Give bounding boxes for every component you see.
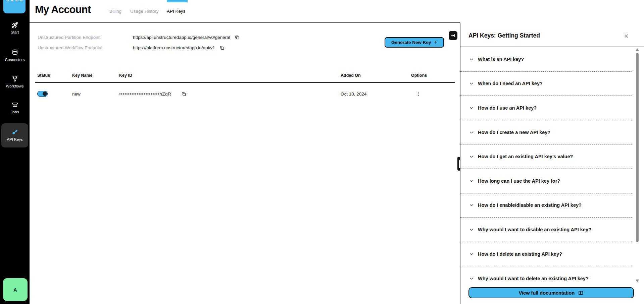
database-icon bbox=[11, 49, 18, 56]
chevron-down-icon bbox=[469, 178, 474, 184]
arrow-to-bar-icon bbox=[451, 33, 455, 38]
faq-item[interactable]: How do I enable/disable an existing API … bbox=[460, 193, 632, 218]
close-icon bbox=[624, 34, 629, 39]
chevron-down-icon bbox=[469, 251, 474, 257]
scroll-up-arrow[interactable] bbox=[636, 48, 639, 51]
sidebar-item-label: Connectors bbox=[0, 58, 30, 62]
sidebar-item-label: Start bbox=[0, 30, 30, 34]
user-avatar[interactable]: A bbox=[2, 278, 28, 302]
faq-item[interactable]: What is an API key? bbox=[460, 47, 632, 72]
col-header-status: Status bbox=[37, 73, 72, 78]
chevron-down-icon bbox=[469, 105, 474, 111]
expand-panel-button[interactable] bbox=[449, 31, 457, 40]
faq-list: What is an API key? When do I need an AP… bbox=[460, 47, 632, 291]
main-content: My Account Billing Usage History API Key… bbox=[30, 0, 460, 304]
generate-new-key-button[interactable]: Generate New Key + bbox=[385, 37, 444, 48]
key-name-cell: new bbox=[72, 92, 119, 97]
tab-usage-history[interactable]: Usage History bbox=[130, 9, 159, 14]
faq-item[interactable]: How do I use an API key? bbox=[460, 96, 632, 120]
rocket-icon bbox=[11, 21, 18, 28]
avatar-letter: A bbox=[13, 287, 17, 293]
masked-key-id: •••••••••••••••••••••••hZqR bbox=[119, 92, 171, 97]
faq-item[interactable]: How do I delete an existing API key? bbox=[460, 242, 632, 266]
faq-item[interactable]: When do I need an API key? bbox=[460, 72, 632, 96]
api-keys-table: Status Key Name Key ID Added On Options … bbox=[35, 68, 455, 105]
faq-question: Why would I want to disable an existing … bbox=[478, 227, 591, 232]
col-header-key-id: Key ID bbox=[119, 73, 341, 78]
copy-endpoint-button[interactable] bbox=[219, 45, 225, 50]
endpoint-url: https://platform.unstructuredapp.io/api/… bbox=[133, 45, 215, 50]
panel-title: API Keys: Getting Started bbox=[468, 32, 540, 39]
sidebar: RUCT URED Start Connectors Workflows Job… bbox=[0, 0, 30, 304]
table-header-row: Status Key Name Key ID Added On Options bbox=[35, 68, 455, 83]
copy-icon bbox=[219, 45, 225, 50]
sidebar-item-connectors[interactable]: Connectors bbox=[0, 49, 30, 62]
endpoint-url: https://api.unstructuredapp.io/general/v… bbox=[133, 35, 230, 40]
workflow-branch-icon bbox=[11, 75, 18, 82]
table-row: new •••••••••••••••••••••••hZqR Oct 10, … bbox=[35, 83, 455, 105]
sidebar-item-label: Jobs bbox=[0, 110, 30, 114]
faq-question: Why would I want to delete an existing A… bbox=[478, 276, 589, 281]
added-on-cell: Oct 10, 2024 bbox=[341, 92, 411, 97]
chevron-down-icon bbox=[469, 154, 474, 159]
scroll-down-arrow[interactable] bbox=[636, 280, 639, 282]
logo-text-line2: URED bbox=[5, 0, 24, 3]
endpoint-label: Unstructured Workflow Endpoint bbox=[38, 45, 133, 50]
key-id-cell: •••••••••••••••••••••••hZqR bbox=[119, 92, 341, 97]
sidebar-item-jobs[interactable]: Jobs bbox=[0, 101, 30, 114]
sidebar-item-start[interactable]: Start bbox=[0, 21, 30, 34]
page-header: My Account Billing Usage History API Key… bbox=[30, 0, 460, 23]
faq-question: How long can I use the API key for? bbox=[478, 178, 560, 184]
workflow-endpoint-row: Unstructured Workflow Endpoint https://p… bbox=[38, 44, 225, 51]
scrollbar-thumb[interactable] bbox=[636, 53, 639, 242]
tab-billing[interactable]: Billing bbox=[109, 9, 121, 14]
faq-item[interactable]: How do I get an existing API key’s value… bbox=[460, 144, 632, 169]
faq-question: How do I use an API key? bbox=[478, 105, 537, 111]
partition-endpoint-row: Unstructured Partition Endpoint https://… bbox=[38, 34, 240, 41]
chevron-down-icon bbox=[469, 227, 474, 232]
faq-item[interactable]: How long can I use the API key for? bbox=[460, 169, 632, 193]
faq-question: What is an API key? bbox=[478, 57, 524, 62]
getting-started-panel: API Keys: Getting Started What is an API… bbox=[460, 23, 644, 304]
faq-item[interactable]: Why would I want to disable an existing … bbox=[460, 218, 632, 242]
view-documentation-label: View full documentation bbox=[519, 290, 575, 296]
row-options-button[interactable]: ⋮ bbox=[411, 92, 421, 96]
close-panel-button[interactable] bbox=[623, 32, 630, 40]
app-logo[interactable]: RUCT URED bbox=[3, 0, 26, 14]
toggle-knob bbox=[43, 92, 47, 96]
chevron-down-icon bbox=[469, 130, 474, 135]
panel-scrollbar[interactable] bbox=[635, 48, 639, 282]
sidebar-item-label: Workflows bbox=[0, 84, 30, 88]
app-window: RUCT URED Start Connectors Workflows Job… bbox=[0, 0, 644, 304]
key-status-toggle[interactable] bbox=[37, 91, 48, 97]
active-tab-indicator bbox=[167, 0, 188, 2]
options-cell: ⋮ bbox=[411, 92, 455, 96]
view-documentation-button[interactable]: View full documentation bbox=[468, 287, 634, 298]
panel-header: API Keys: Getting Started bbox=[460, 23, 644, 47]
copy-icon bbox=[235, 35, 240, 40]
copy-key-id-button[interactable] bbox=[181, 92, 186, 97]
faq-question: How do I enable/disable an existing API … bbox=[478, 202, 582, 208]
tab-api-keys[interactable]: API Keys bbox=[167, 9, 186, 14]
sidebar-item-workflows[interactable]: Workflows bbox=[0, 75, 30, 88]
faq-question: How do I create a new API key? bbox=[478, 130, 550, 135]
col-header-key-name: Key Name bbox=[72, 73, 119, 78]
chevron-down-icon bbox=[469, 81, 474, 86]
chevron-down-icon bbox=[469, 202, 474, 208]
chevron-down-icon bbox=[469, 57, 474, 62]
copy-endpoint-button[interactable] bbox=[235, 35, 240, 40]
endpoint-label: Unstructured Partition Endpoint bbox=[38, 35, 133, 40]
generate-new-key-label: Generate New Key bbox=[391, 40, 431, 45]
jobs-box-icon bbox=[11, 101, 18, 108]
page-title: My Account bbox=[35, 4, 91, 16]
chevron-down-icon bbox=[469, 276, 474, 281]
col-header-added-on: Added On bbox=[341, 73, 411, 78]
plus-icon: + bbox=[434, 39, 437, 45]
col-header-options: Options bbox=[411, 73, 455, 78]
key-icon bbox=[11, 128, 18, 136]
sidebar-item-label: API Keys bbox=[0, 137, 30, 141]
status-cell bbox=[37, 91, 72, 97]
faq-item[interactable]: How do I create a new API key? bbox=[460, 120, 632, 145]
faq-question: How do I get an existing API key’s value… bbox=[478, 154, 573, 159]
sidebar-item-api-keys[interactable]: API Keys bbox=[0, 128, 30, 141]
